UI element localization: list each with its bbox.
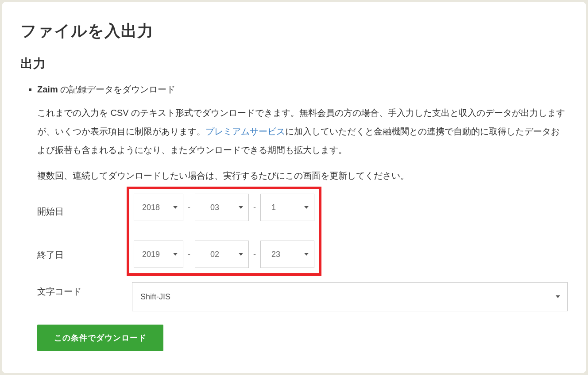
chevron-down-icon — [304, 206, 309, 209]
date-separator: - — [187, 250, 191, 259]
start-month-select[interactable]: 03 — [195, 194, 249, 221]
chevron-down-icon — [173, 206, 178, 209]
chevron-down-icon — [304, 253, 309, 256]
date-range-row: 開始日 終了日 2018 - 03 - — [37, 192, 568, 271]
description-paragraph-2: 複数回、連続してダウンロードしたい場合は、実行するたびにこの画面を更新してくださ… — [37, 166, 568, 185]
content-card: ファイルを入出力 出力 Zaim の記録データをダウンロード これまでの入力を … — [2, 2, 586, 373]
start-date-set: 2018 - 03 - 1 — [134, 194, 314, 221]
page-title: ファイルを入出力 — [20, 20, 568, 42]
date-separator: - — [252, 203, 257, 212]
chevron-down-icon — [556, 295, 560, 298]
end-month-value: 02 — [210, 250, 219, 259]
encoding-value: Shift-JIS — [140, 292, 170, 302]
end-day-select[interactable]: 23 — [260, 241, 314, 268]
description-paragraph-1: これまでの入力を CSV のテキスト形式でダウンロードできます。無料会員の方の場… — [37, 103, 568, 159]
date-highlight-box: 2018 - 03 - 1 — [127, 187, 321, 276]
start-day-value: 1 — [271, 203, 276, 212]
chevron-down-icon — [173, 253, 178, 256]
brand-name: Zaim — [37, 84, 58, 94]
encoding-label: 文字コード — [37, 282, 132, 298]
start-year-value: 2018 — [142, 203, 160, 212]
export-form: 開始日 終了日 2018 - 03 - — [37, 192, 568, 351]
chevron-down-icon — [239, 206, 243, 209]
end-year-select[interactable]: 2019 — [134, 241, 183, 268]
date-separator: - — [187, 203, 191, 212]
start-month-value: 03 — [210, 203, 219, 212]
row-spacer — [134, 225, 314, 237]
page-background: ファイルを入出力 出力 Zaim の記録データをダウンロード これまでの入力を … — [0, 0, 588, 375]
start-year-select[interactable]: 2018 — [134, 194, 183, 221]
download-button[interactable]: この条件でダウンロード — [37, 325, 163, 351]
premium-service-link[interactable]: プレミアムサービス — [205, 126, 285, 136]
encoding-row: 文字コード Shift-JIS — [37, 282, 568, 311]
end-date-set: 2019 - 02 - 23 — [134, 241, 314, 268]
end-date-label: 終了日 — [37, 245, 132, 261]
end-year-value: 2019 — [142, 250, 160, 259]
end-month-select[interactable]: 02 — [195, 241, 249, 268]
list-item: Zaim の記録データをダウンロード — [37, 84, 568, 96]
chevron-down-icon — [239, 253, 243, 256]
date-separator: - — [252, 250, 257, 259]
section-title: 出力 — [20, 55, 568, 72]
description-block: これまでの入力を CSV のテキスト形式でダウンロードできます。無料会員の方の場… — [37, 103, 568, 185]
list-item-text: の記録データをダウンロード — [58, 84, 176, 94]
encoding-select[interactable]: Shift-JIS — [132, 282, 568, 311]
end-day-value: 23 — [271, 250, 280, 259]
start-date-label: 開始日 — [37, 202, 132, 245]
start-day-select[interactable]: 1 — [260, 194, 314, 221]
description-list: Zaim の記録データをダウンロード — [20, 84, 568, 96]
